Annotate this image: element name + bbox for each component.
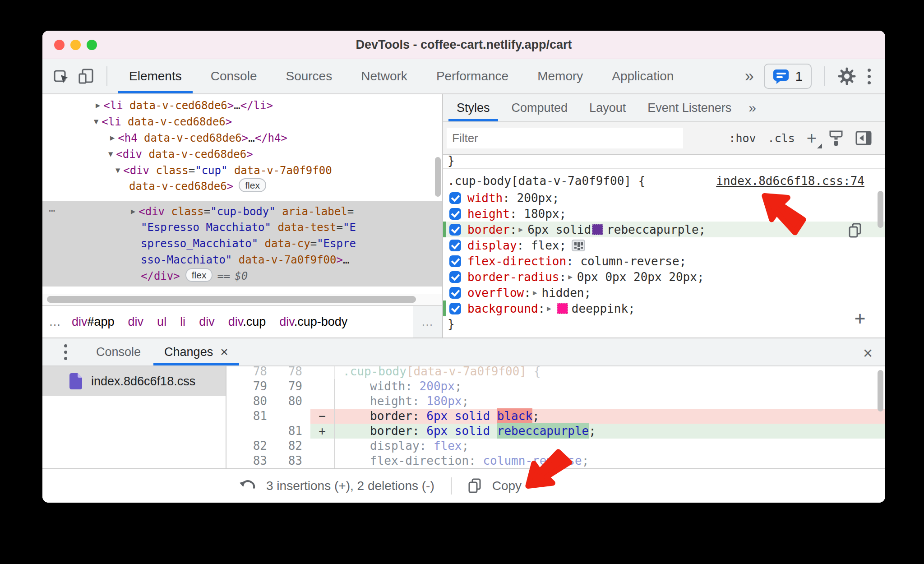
dom-node-cup-body-line[interactable]: "Espresso Macchiato" data-test="E <box>141 219 442 236</box>
style-property-border[interactable]: border: ▶ 6px solid rebeccapurple; <box>443 222 885 237</box>
dom-node-h4[interactable]: ▶<h4 data-v-ced68de6>…</h4> <box>110 129 442 146</box>
tab-event-listeners[interactable]: Event Listeners <box>637 94 742 121</box>
elements-horizontal-scrollbar[interactable] <box>47 296 416 303</box>
property-name[interactable]: width <box>467 191 503 205</box>
property-value[interactable]: deeppink; <box>572 302 635 315</box>
property-value[interactable]: 180px; <box>517 207 567 221</box>
property-name[interactable]: flex-direction <box>467 254 566 268</box>
selected-dom-node[interactable]: … ▶<div class="cup-body" aria-label= "Es… <box>42 201 442 287</box>
toggle-class-button[interactable]: .cls <box>768 132 795 145</box>
style-property-background[interactable]: background: ▶ deeppink; <box>443 300 885 316</box>
breadcrumb-overflow-right[interactable]: … <box>413 306 442 337</box>
property-value[interactable]: hidden; <box>542 286 591 300</box>
tab-elements[interactable]: Elements <box>115 59 196 93</box>
copy-declaration-icon[interactable] <box>848 223 862 238</box>
dom-node-li-collapsed[interactable]: ▶<li data-v-ced68de6>…</li> <box>96 97 442 113</box>
property-checkbox[interactable] <box>449 255 461 267</box>
tab-network[interactable]: Network <box>346 59 422 93</box>
tab-layout[interactable]: Layout <box>578 94 637 121</box>
stylesheet-source-link[interactable]: index.8d6c6f18.css:74 <box>716 174 864 188</box>
more-tabs-icon[interactable]: » <box>745 67 754 86</box>
style-property-overflow[interactable]: overflow: ▶ hidden; <box>443 285 885 300</box>
drawer-tab-console[interactable]: Console <box>84 338 152 365</box>
drawer-menu-icon[interactable] <box>62 342 69 362</box>
tab-sources[interactable]: Sources <box>271 59 346 93</box>
style-property-flex-direction[interactable]: flex-direction: column-reverse; <box>443 253 885 269</box>
minimize-window-button[interactable] <box>70 40 81 50</box>
property-value[interactable]: 6px solid <box>527 223 591 236</box>
token-badge[interactable]: flex <box>185 268 213 282</box>
tab-memory[interactable]: Memory <box>523 59 597 93</box>
property-name[interactable]: height <box>467 207 510 221</box>
issues-button[interactable]: 1 <box>764 64 812 89</box>
tab-application[interactable]: Application <box>597 59 688 93</box>
dom-node-div-cup-wrap[interactable]: data-v-ced68de6>flex <box>129 178 442 194</box>
property-name[interactable]: border-radius <box>467 270 559 284</box>
style-property-height[interactable]: height: 180px; <box>443 206 885 222</box>
style-property-display[interactable]: display: flex; <box>443 237 885 253</box>
property-name[interactable]: border <box>467 223 510 236</box>
dom-node-cup-body-line[interactable]: ▶<div class="cup-body" aria-label= <box>131 203 442 219</box>
property-checkbox[interactable] <box>449 208 461 220</box>
device-toolbar-icon[interactable] <box>78 68 95 85</box>
flex-editor-icon[interactable] <box>572 240 585 251</box>
paint-format-icon[interactable] <box>828 130 844 146</box>
more-sidebar-tabs-icon[interactable]: » <box>742 94 762 121</box>
property-checkbox[interactable] <box>449 192 461 204</box>
tab-console[interactable]: Console <box>196 59 272 93</box>
new-style-rule-button[interactable]: + <box>807 131 817 145</box>
expand-arrow-icon[interactable]: ▶ <box>519 225 523 234</box>
property-name[interactable]: display <box>467 239 517 252</box>
expand-arrow-icon[interactable]: ▶ <box>533 288 537 297</box>
style-property-border-radius[interactable]: border-radius: ▶ 0px 0px 20px 20px; <box>443 269 885 285</box>
styles-vertical-scrollbar[interactable] <box>878 191 883 228</box>
property-checkbox[interactable] <box>449 271 461 283</box>
changed-file-item[interactable]: index.8d6c6f18.css <box>42 366 226 396</box>
close-window-button[interactable] <box>54 40 65 50</box>
breadcrumb-item-div-cup[interactable]: div.cup <box>228 315 266 329</box>
dom-node-cup-body-line[interactable]: spresso_Macchiato" data-cy="Espre <box>141 236 442 252</box>
kebab-menu-icon[interactable] <box>866 67 873 86</box>
toggle-sidebar-icon[interactable] <box>855 131 872 145</box>
color-swatch-deeppink[interactable] <box>557 303 568 314</box>
inspect-element-icon[interactable] <box>53 68 69 84</box>
style-property-width[interactable]: width: 200px; <box>443 190 885 206</box>
maximize-window-button[interactable] <box>87 40 97 50</box>
revert-changes-icon[interactable] <box>239 479 255 493</box>
property-value[interactable]: 0px 0px 20px 20px; <box>577 270 704 284</box>
expand-arrow-icon[interactable]: ▶ <box>547 304 551 313</box>
dom-node-div[interactable]: ▼<div data-v-ced68de6> <box>108 146 442 162</box>
property-checkbox[interactable] <box>449 224 461 236</box>
breadcrumb-item-div-app[interactable]: div#app <box>72 315 115 329</box>
dom-node-div-cup[interactable]: ▼<div class="cup" data-v-7a0f9f00 <box>116 162 442 178</box>
property-checkbox[interactable] <box>449 303 461 314</box>
breadcrumb-overflow-left[interactable]: … <box>49 315 62 329</box>
close-tab-icon[interactable]: × <box>220 344 228 360</box>
elements-vertical-scrollbar[interactable] <box>435 157 441 197</box>
tab-performance[interactable]: Performance <box>422 59 523 93</box>
expand-arrow-icon[interactable]: ▶ <box>568 273 573 281</box>
property-checkbox[interactable] <box>449 287 461 299</box>
dom-node-cup-body-line[interactable]: sso-Macchiato" data-v-7a0f9f00>… <box>141 252 442 268</box>
property-value[interactable]: flex; <box>524 239 566 252</box>
add-declaration-button[interactable]: + <box>855 311 865 325</box>
dom-node-li-expanded[interactable]: ▼<li data-v-ced68de6> <box>94 113 442 129</box>
tab-computed[interactable]: Computed <box>501 94 579 121</box>
styles-filter-input[interactable] <box>447 128 683 148</box>
breadcrumb-item-div-cup-body[interactable]: div.cup-body <box>279 315 347 329</box>
breadcrumb-item-div[interactable]: div <box>128 315 144 329</box>
dom-node-cup-body-close[interactable]: </div>flex==$0 <box>141 268 442 284</box>
gear-icon[interactable] <box>838 67 856 85</box>
property-value[interactable]: 200px; <box>510 191 559 205</box>
drawer-tab-changes[interactable]: Changes × <box>152 338 240 365</box>
hidden-rules-ellipsis[interactable]: … <box>49 202 56 214</box>
breadcrumb-item-div2[interactable]: div <box>199 315 215 329</box>
token-badge[interactable]: flex <box>239 178 266 192</box>
property-value[interactable]: column-reverse; <box>573 254 686 268</box>
tab-styles[interactable]: Styles <box>446 94 501 121</box>
property-name[interactable]: overflow <box>467 286 524 300</box>
copy-icon[interactable] <box>468 478 481 494</box>
breadcrumb-item-ul[interactable]: ul <box>157 315 166 329</box>
toggle-hover-state-button[interactable]: :hov <box>729 132 756 145</box>
diff-vertical-scrollbar[interactable] <box>878 370 883 411</box>
